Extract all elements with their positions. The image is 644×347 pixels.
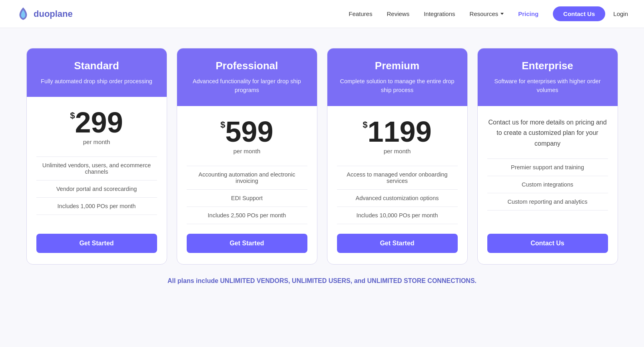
navbar: duoplane Features Reviews Integrations R… [0, 0, 644, 28]
nav-login-button[interactable]: Login [613, 10, 628, 17]
chevron-down-icon [500, 13, 504, 15]
list-item: Custom integrations [487, 176, 608, 193]
list-item: Unlimited vendors, users, and ecommerce … [36, 156, 157, 181]
nav-item-integrations[interactable]: Integrations [424, 10, 455, 18]
dollar-sign-professional: $ [220, 120, 225, 129]
list-item: Includes 2,500 POs per month [187, 207, 307, 224]
list-item: Custom reporting and analytics [487, 193, 608, 211]
plan-card-premium: Premium Complete solution to manage the … [327, 48, 468, 265]
plan-name-professional: Professional [187, 60, 307, 72]
features-list-professional: Accounting automation and electronic inv… [187, 166, 307, 224]
dollar-sign-standard: $ [70, 111, 75, 120]
plan-name-enterprise: Enterprise [487, 60, 608, 72]
list-item: Advanced customization options [337, 190, 458, 207]
plan-header-premium: Premium Complete solution to manage the … [327, 48, 467, 106]
plan-card-professional: Professional Advanced functionality for … [177, 48, 317, 265]
footer-unlimited-note: All plans include UNLIMITED VENDORS, UNL… [24, 277, 620, 285]
price-period-standard: per month [36, 138, 157, 145]
nav-item-pricing[interactable]: Pricing [518, 10, 538, 18]
price-amount-professional: 599 [225, 117, 273, 146]
pricing-grid: Standard Fully automated drop ship order… [26, 48, 618, 265]
plan-tagline-standard: Fully automated drop ship order processi… [36, 77, 157, 86]
plan-body-enterprise: Contact us for more details on pricing a… [478, 106, 618, 264]
plan-name-premium: Premium [337, 60, 458, 72]
enterprise-price-text: Contact us for more details on pricing a… [487, 117, 608, 149]
plan-card-standard: Standard Fully automated drop ship order… [26, 48, 167, 265]
contact-us-button-enterprise[interactable]: Contact Us [487, 234, 608, 253]
logo-text: duoplane [34, 9, 73, 19]
list-item: Includes 1,000 POs per month [36, 198, 157, 215]
plan-header-standard: Standard Fully automated drop ship order… [27, 48, 167, 97]
nav-item-features[interactable]: Features [349, 10, 372, 18]
nav-contact-button[interactable]: Contact Us [553, 6, 605, 21]
plan-card-enterprise: Enterprise Software for enterprises with… [477, 48, 618, 265]
plan-body-premium: $ 1199 per month Access to managed vendo… [327, 106, 467, 264]
get-started-button-standard[interactable]: Get Started [36, 234, 157, 253]
price-amount-standard: 299 [75, 108, 123, 137]
list-item: Premier support and training [487, 158, 608, 176]
plan-name-standard: Standard [36, 60, 157, 72]
list-item: Accounting automation and electronic inv… [187, 166, 307, 190]
list-item: Access to managed vendor onboarding serv… [337, 166, 458, 190]
price-period-professional: per month [187, 148, 307, 154]
price-period-premium: per month [337, 148, 458, 154]
plan-header-professional: Professional Advanced functionality for … [177, 48, 317, 106]
list-item: EDI Support [187, 190, 307, 207]
pricing-section: Standard Fully automated drop ship order… [0, 28, 644, 297]
duoplane-logo-icon [16, 7, 30, 21]
list-item: Vendor portal and scorecarding [36, 181, 157, 198]
get-started-button-professional[interactable]: Get Started [187, 234, 307, 253]
features-list-enterprise: Premier support and training Custom inte… [487, 158, 608, 226]
nav-links: Features Reviews Integrations Resources … [349, 10, 538, 18]
plan-tagline-enterprise: Software for enterprises with higher ord… [487, 77, 608, 95]
list-item: Includes 10,000 POs per month [337, 207, 458, 224]
logo[interactable]: duoplane [16, 7, 73, 21]
price-amount-premium: 1199 [368, 117, 432, 146]
nav-right: Contact Us Login [553, 6, 628, 21]
price-area-standard: $ 299 per month [36, 108, 157, 145]
price-area-professional: $ 599 per month [187, 117, 307, 154]
dollar-sign-premium: $ [363, 120, 367, 129]
plan-body-standard: $ 299 per month Unlimited vendors, users… [27, 97, 167, 264]
features-list-premium: Access to managed vendor onboarding serv… [337, 166, 458, 224]
plan-tagline-professional: Advanced functionality for larger drop s… [187, 77, 307, 95]
plan-body-professional: $ 599 per month Accounting automation an… [177, 106, 317, 264]
price-area-premium: $ 1199 per month [337, 117, 458, 154]
nav-item-reviews[interactable]: Reviews [387, 10, 409, 18]
nav-item-resources[interactable]: Resources [470, 10, 504, 17]
plan-header-enterprise: Enterprise Software for enterprises with… [478, 48, 618, 106]
get-started-button-premium[interactable]: Get Started [337, 234, 458, 253]
features-list-standard: Unlimited vendors, users, and ecommerce … [36, 156, 157, 224]
plan-tagline-premium: Complete solution to manage the entire d… [337, 77, 458, 95]
